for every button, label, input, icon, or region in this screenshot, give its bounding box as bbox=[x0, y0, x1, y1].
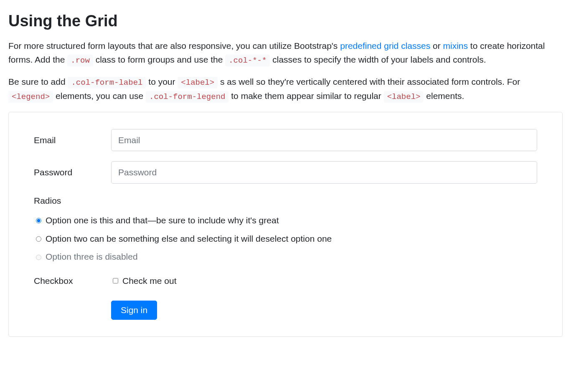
checkbox-row: Checkbox Check me out bbox=[34, 274, 537, 288]
checkbox-section-label: Checkbox bbox=[34, 274, 111, 288]
text: to your bbox=[146, 77, 178, 86]
checkbox-input[interactable] bbox=[113, 278, 118, 283]
radio-option-3: Option three is disabled bbox=[34, 250, 537, 264]
code-label: <label> bbox=[178, 77, 218, 89]
code-col-form-label: .col-form-label bbox=[68, 77, 146, 89]
checkbox-text: Check me out bbox=[122, 274, 177, 288]
form-example-box: Email Password Radios Option one is this… bbox=[8, 112, 563, 337]
radio-label-1: Option one is this and that—be sure to i… bbox=[46, 213, 279, 228]
text: For more structured form layouts that ar… bbox=[8, 41, 340, 51]
code-col-form-legend: .col-form-legend bbox=[146, 91, 228, 103]
radio-option-2[interactable]: Option two can be something else and sel… bbox=[34, 232, 537, 246]
password-input[interactable] bbox=[111, 161, 537, 184]
radios-fieldset: Radios Option one is this and that—be su… bbox=[34, 194, 537, 264]
radio-option-1[interactable]: Option one is this and that—be sure to i… bbox=[34, 213, 537, 228]
password-row: Password bbox=[34, 161, 537, 184]
mixins-link[interactable]: mixins bbox=[443, 41, 468, 51]
code-row: .row bbox=[67, 55, 93, 66]
grid-classes-link[interactable]: predefined grid classes bbox=[340, 41, 430, 51]
email-label: Email bbox=[34, 133, 111, 147]
password-label: Password bbox=[34, 165, 111, 180]
text: to make them appear similar to regular bbox=[228, 91, 383, 101]
text: elements. bbox=[424, 91, 464, 101]
page-heading: Using the Grid bbox=[8, 8, 563, 34]
radios-legend: Radios bbox=[34, 194, 537, 208]
email-input[interactable] bbox=[111, 129, 537, 152]
email-row: Email bbox=[34, 129, 537, 152]
text: classes to specify the width of your lab… bbox=[270, 55, 486, 64]
text: Be sure to add bbox=[8, 77, 68, 86]
intro-paragraph-2: Be sure to add .col-form-label to your <… bbox=[8, 75, 563, 104]
code-col: .col-*-* bbox=[225, 55, 270, 66]
radio-label-2: Option two can be something else and sel… bbox=[46, 232, 332, 246]
checkbox-control[interactable]: Check me out bbox=[111, 274, 177, 288]
text: class to form groups and use the bbox=[93, 55, 225, 64]
intro-paragraph-1: For more structured form layouts that ar… bbox=[8, 39, 563, 67]
radio-input-1[interactable] bbox=[36, 218, 41, 223]
radio-input-3 bbox=[36, 255, 41, 260]
text: elements, you can use bbox=[53, 91, 146, 101]
text: s as well so they're vertically centered… bbox=[218, 77, 520, 86]
submit-row: Sign in bbox=[34, 301, 537, 320]
sign-in-button[interactable]: Sign in bbox=[111, 301, 157, 320]
radio-input-2[interactable] bbox=[36, 236, 41, 242]
radio-label-3: Option three is disabled bbox=[46, 250, 138, 264]
code-legend: <legend> bbox=[8, 91, 53, 103]
text: or bbox=[430, 41, 443, 51]
code-label-2: <label> bbox=[384, 91, 424, 103]
